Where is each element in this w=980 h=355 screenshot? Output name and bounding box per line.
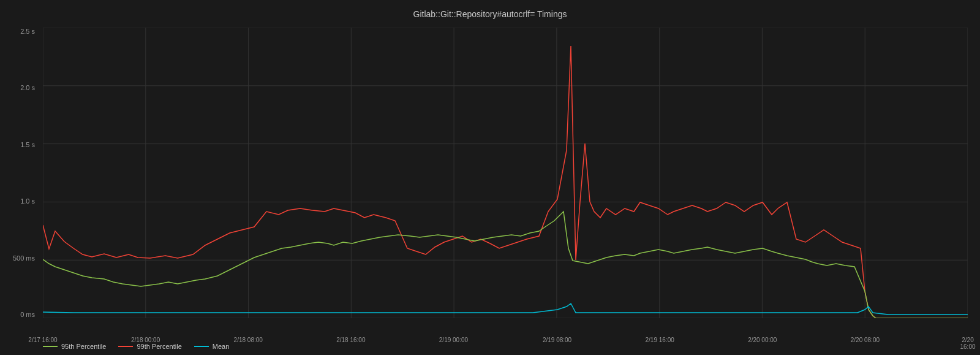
chart-area: [43, 28, 968, 318]
x-label-2: 2/18 08:00: [234, 337, 263, 343]
legend-99th-label: 99th Percentile: [137, 343, 181, 350]
95th-percentile-line: [43, 212, 968, 318]
legend-95th-label: 95th Percentile: [61, 343, 106, 350]
y-axis: 2.5 s 2.0 s 1.5 s 1.0 s 500 ms 0 ms: [0, 28, 40, 318]
99th-percentile-line: [43, 46, 968, 318]
legend-mean-label: Mean: [213, 343, 230, 350]
chart-title: Gitlab::Git::Repository#autocrlf= Timing…: [0, 9, 980, 19]
y-label-0: 2.5 s: [20, 28, 35, 35]
x-label-5: 2/19 08:00: [543, 337, 571, 343]
chart-svg: [43, 28, 968, 318]
y-label-1: 2.0 s: [20, 84, 35, 91]
legend-95th-line: [43, 346, 58, 347]
chart-container: Gitlab::Git::Repository#autocrlf= Timing…: [0, 0, 980, 355]
legend-mean: Mean: [194, 343, 230, 350]
x-label-6: 2/19 16:00: [646, 337, 674, 343]
x-label-8: 2/20 08:00: [851, 337, 880, 343]
x-label-9: 2/20 16:00: [960, 337, 975, 350]
x-label-3: 2/18 16:00: [336, 337, 365, 343]
y-label-5: 0 ms: [20, 311, 35, 318]
y-label-2: 1.5 s: [20, 141, 35, 148]
y-label-4: 500 ms: [13, 254, 35, 262]
mean-line: [43, 303, 968, 315]
y-label-3: 1.0 s: [20, 197, 35, 205]
x-label-4: 2/19 00:00: [439, 337, 468, 343]
legend-mean-line: [194, 346, 209, 347]
legend-99th-line: [118, 346, 133, 347]
legend-99th: 99th Percentile: [118, 343, 181, 350]
x-label-7: 2/20 00:00: [748, 337, 777, 343]
legend-95th: 95th Percentile: [43, 343, 106, 350]
legend: 95th Percentile 99th Percentile Mean: [43, 343, 229, 350]
